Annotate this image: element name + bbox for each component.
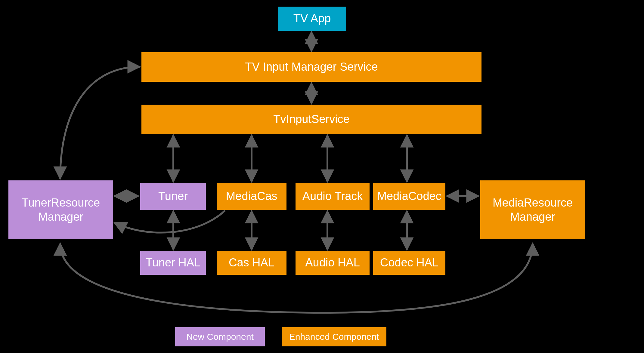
- node-tv-input-manager-service: TV Input Manager Service: [141, 52, 481, 82]
- legend-enhanced-component: Enhanced Component: [282, 327, 386, 346]
- node-label: Codec HAL: [380, 256, 438, 270]
- node-cas-hal: Cas HAL: [217, 251, 286, 275]
- legend-label: Enhanced Component: [289, 332, 379, 342]
- node-label: Tuner HAL: [146, 256, 200, 270]
- node-label: MediaCodec: [377, 189, 441, 204]
- node-audio-track: Audio Track: [296, 183, 370, 210]
- legend-divider: [36, 319, 608, 319]
- legend-label: New Component: [186, 332, 253, 342]
- node-codec-hal: Codec HAL: [373, 251, 445, 275]
- diagram-canvas: TV App TV Input Manager Service TvInputS…: [0, 0, 644, 353]
- node-media-cas: MediaCas: [217, 183, 286, 210]
- node-label: MediaResource Manager: [493, 196, 573, 224]
- node-label: Tuner: [158, 189, 188, 204]
- node-tuner: Tuner: [140, 183, 206, 210]
- node-media-codec: MediaCodec: [373, 183, 445, 210]
- node-label: TV Input Manager Service: [245, 60, 378, 74]
- node-label: Audio Track: [302, 189, 363, 204]
- node-label: Audio HAL: [305, 256, 360, 270]
- node-tuner-resource-manager: TunerResource Manager: [8, 180, 113, 239]
- node-media-resource-manager: MediaResource Manager: [480, 180, 585, 239]
- node-label: TV App: [293, 11, 331, 26]
- node-label: TvInputService: [273, 112, 349, 127]
- node-tv-input-service: TvInputService: [141, 105, 481, 134]
- node-label: TunerResource Manager: [22, 196, 100, 224]
- node-label: MediaCas: [226, 189, 277, 204]
- legend-new-component: New Component: [175, 327, 265, 346]
- node-audio-hal: Audio HAL: [296, 251, 370, 275]
- node-tuner-hal: Tuner HAL: [140, 251, 206, 275]
- node-label: Cas HAL: [229, 256, 274, 270]
- node-tv-app: TV App: [278, 7, 346, 31]
